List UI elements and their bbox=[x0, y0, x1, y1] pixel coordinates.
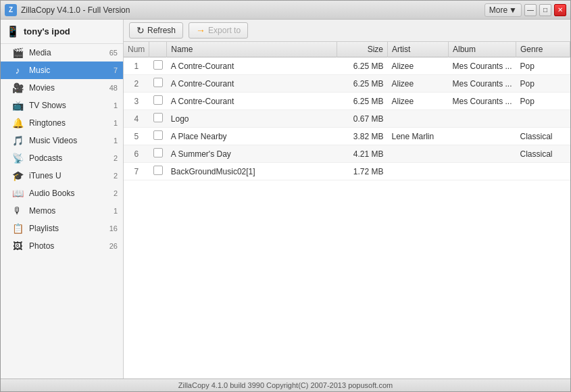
refresh-icon: ↻ bbox=[136, 25, 145, 36]
music-table-container: Num Name Size Artist Album Genre 1 A Con… bbox=[124, 42, 570, 378]
row-checkbox[interactable] bbox=[153, 130, 163, 140]
cell-name: A Summer's Day bbox=[167, 145, 337, 163]
sidebar-item-ringtones[interactable]: 🔔 Ringtones 1 bbox=[1, 114, 123, 132]
sidebar-item-playlists[interactable]: 📋 Playlists 16 bbox=[1, 220, 123, 237]
sidebar-label-ringtones: Ringtones bbox=[29, 118, 108, 128]
cell-album: Mes Courants ... bbox=[448, 57, 516, 75]
cell-artist bbox=[387, 110, 448, 128]
cell-checkbox[interactable] bbox=[149, 93, 167, 110]
cell-checkbox[interactable] bbox=[149, 57, 167, 75]
cell-genre bbox=[516, 163, 570, 180]
refresh-button[interactable]: ↻ Refresh bbox=[129, 22, 183, 39]
sidebar-item-movies[interactable]: 🎥 Movies 48 bbox=[1, 79, 123, 97]
sidebar-count-itunesu: 2 bbox=[114, 172, 118, 180]
col-header-num: Num bbox=[124, 42, 149, 57]
col-header-genre: Genre bbox=[516, 42, 570, 57]
cell-genre: Classical bbox=[516, 145, 570, 163]
memos-icon: 🎙 bbox=[11, 205, 24, 216]
table-row[interactable]: 5 A Place Nearby 3.82 MB Lene Marlin Cla… bbox=[124, 128, 570, 145]
col-header-size: Size bbox=[337, 42, 387, 57]
tvshows-icon: 📺 bbox=[11, 100, 24, 111]
sidebar-label-audiobooks: Audio Books bbox=[29, 189, 108, 198]
sidebar-label-podcasts: Podcasts bbox=[29, 153, 108, 163]
device-icon: 📱 bbox=[6, 25, 20, 38]
main-window: Z ZillaCopy V4.1.0 - Full Version More ▼… bbox=[0, 0, 571, 392]
sidebar-label-musicvideos: Music Videos bbox=[29, 136, 108, 145]
cell-name: A Place Nearby bbox=[167, 128, 337, 145]
sidebar-label-movies: Movies bbox=[29, 83, 104, 93]
close-button[interactable]: ✕ bbox=[554, 4, 566, 16]
cell-album bbox=[448, 110, 516, 128]
cell-checkbox[interactable] bbox=[149, 128, 167, 145]
cell-genre: Pop bbox=[516, 93, 570, 110]
sidebar-item-audiobooks[interactable]: 📖 Audio Books 2 bbox=[1, 185, 123, 202]
cell-num: 5 bbox=[124, 128, 149, 145]
table-row[interactable]: 4 Logo 0.67 MB bbox=[124, 110, 570, 128]
sidebar-count-audiobooks: 2 bbox=[114, 189, 118, 197]
cell-num: 6 bbox=[124, 145, 149, 163]
toolbar: ↻ Refresh → Export to bbox=[124, 20, 570, 42]
sidebar-label-itunesu: iTunes U bbox=[29, 171, 108, 180]
cell-name: Logo bbox=[167, 110, 337, 128]
sidebar-item-itunesu[interactable]: 🎓 iTunes U 2 bbox=[1, 167, 123, 185]
podcasts-icon: 📡 bbox=[11, 153, 24, 164]
sidebar-count-playlists: 16 bbox=[109, 224, 118, 232]
table-row[interactable]: 3 A Contre-Courant 6.25 MB Alizee Mes Co… bbox=[124, 93, 570, 110]
cell-num: 3 bbox=[124, 93, 149, 110]
content-area: ↻ Refresh → Export to Num Name bbox=[124, 20, 570, 378]
movies-icon: 🎥 bbox=[11, 82, 24, 93]
sidebar-item-tvshows[interactable]: 📺 TV Shows 1 bbox=[1, 97, 123, 114]
cell-checkbox[interactable] bbox=[149, 145, 167, 163]
sidebar-item-media[interactable]: 🎬 Media 65 bbox=[1, 44, 123, 62]
playlists-icon: 📋 bbox=[11, 223, 24, 234]
sidebar-label-playlists: Playlists bbox=[29, 224, 104, 233]
minimize-button[interactable]: — bbox=[524, 4, 537, 16]
cell-artist: Alizee bbox=[387, 93, 448, 110]
sidebar-count-podcasts: 2 bbox=[114, 154, 118, 162]
table-row[interactable]: 2 A Contre-Courant 6.25 MB Alizee Mes Co… bbox=[124, 75, 570, 93]
sidebar-item-music[interactable]: ♪ Music 7 bbox=[1, 62, 123, 79]
sidebar-count-ringtones: 1 bbox=[114, 119, 118, 127]
sidebar-item-musicvideos[interactable]: 🎵 Music Videos 1 bbox=[1, 132, 123, 149]
row-checkbox[interactable] bbox=[153, 166, 163, 175]
row-checkbox[interactable] bbox=[153, 60, 163, 70]
cell-checkbox[interactable] bbox=[149, 75, 167, 93]
cell-checkbox[interactable] bbox=[149, 163, 167, 180]
audiobooks-icon: 📖 bbox=[11, 188, 24, 199]
sidebar-count-musicvideos: 1 bbox=[114, 137, 118, 145]
cell-artist: Alizee bbox=[387, 57, 448, 75]
music-icon: ♪ bbox=[11, 65, 24, 76]
cell-genre: Pop bbox=[516, 75, 570, 93]
table-row[interactable]: 6 A Summer's Day 4.21 MB Classical bbox=[124, 145, 570, 163]
row-checkbox[interactable] bbox=[153, 78, 163, 87]
row-checkbox[interactable] bbox=[153, 95, 163, 105]
restore-button[interactable]: □ bbox=[539, 4, 551, 16]
export-button[interactable]: → Export to bbox=[189, 22, 248, 39]
sidebar-item-podcasts[interactable]: 📡 Podcasts 2 bbox=[1, 149, 123, 167]
more-button[interactable]: More ▼ bbox=[485, 3, 522, 17]
cell-checkbox[interactable] bbox=[149, 110, 167, 128]
cell-album bbox=[448, 145, 516, 163]
table-row[interactable]: 1 A Contre-Courant 6.25 MB Alizee Mes Co… bbox=[124, 57, 570, 75]
cell-num: 7 bbox=[124, 163, 149, 180]
sidebar-label-music: Music bbox=[29, 66, 108, 75]
cell-artist: Lene Marlin bbox=[387, 128, 448, 145]
cell-artist bbox=[387, 145, 448, 163]
itunesu-icon: 🎓 bbox=[11, 170, 24, 181]
device-name: tony's ipod bbox=[24, 26, 70, 36]
cell-name: A Contre-Courant bbox=[167, 57, 337, 75]
sidebar-count-tvshows: 1 bbox=[114, 101, 118, 109]
photos-icon: 🖼 bbox=[11, 241, 24, 251]
row-checkbox[interactable] bbox=[153, 148, 163, 157]
sidebar: 📱 tony's ipod 🎬 Media 65 ♪ Music 7 🎥 Mov… bbox=[1, 20, 124, 378]
cell-name: BackGroundMusic02[1] bbox=[167, 163, 337, 180]
sidebar-label-media: Media bbox=[29, 48, 104, 57]
sidebar-item-photos[interactable]: 🖼 Photos 26 bbox=[1, 237, 123, 255]
app-icon: Z bbox=[5, 4, 17, 16]
sidebar-item-memos[interactable]: 🎙 Memos 1 bbox=[1, 202, 123, 220]
table-row[interactable]: 7 BackGroundMusic02[1] 1.72 MB bbox=[124, 163, 570, 180]
sidebar-count-memos: 1 bbox=[114, 207, 118, 215]
col-header-artist: Artist bbox=[387, 42, 448, 57]
row-checkbox[interactable] bbox=[153, 113, 163, 122]
musicvideos-icon: 🎵 bbox=[11, 135, 24, 146]
